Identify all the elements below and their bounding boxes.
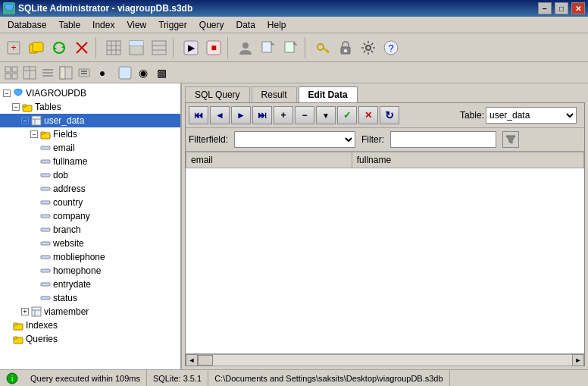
tb2-detail-btn[interactable] (58, 64, 74, 81)
tree-item-viamember[interactable]: + viamember (0, 305, 180, 319)
cancel-edit-btn[interactable]: ✕ (358, 106, 378, 124)
tree-label-status: status (53, 293, 77, 303)
settings-btn[interactable] (358, 37, 379, 58)
tb2-grid-btn[interactable] (3, 64, 20, 81)
save-record-btn[interactable]: ▼ (316, 106, 336, 124)
main-toolbar: + (0, 33, 588, 62)
tree-item-address[interactable]: address (0, 182, 180, 196)
svg-rect-71 (41, 215, 50, 218)
menu-view[interactable]: View (120, 18, 152, 32)
scroll-left-btn[interactable]: ◄ (186, 354, 198, 366)
apply-filter-btn[interactable] (502, 131, 519, 148)
maximize-button[interactable]: □ (555, 2, 568, 14)
toolbar-sep-3 (227, 37, 232, 58)
tab-sql-query[interactable]: SQL Query (185, 86, 250, 102)
toggle-viagroupdb[interactable]: − (3, 89, 11, 97)
tree-item-company[interactable]: company (0, 209, 180, 223)
tree-item-status[interactable]: status (0, 291, 180, 305)
menu-help[interactable]: Help (261, 18, 292, 32)
add-record-btn[interactable]: + (274, 106, 293, 124)
tree-item-fields[interactable]: − Fields (0, 127, 180, 141)
tree-item-mobliephone[interactable]: mobliephone (0, 250, 180, 264)
tb2-list-btn[interactable] (39, 64, 56, 81)
stop-query-btn[interactable]: ■ (203, 37, 224, 58)
delete-btn[interactable] (71, 37, 92, 58)
filterfield-select[interactable] (234, 131, 355, 148)
tree-item-viagroupdb[interactable]: − VIAGROUPDB (0, 86, 180, 100)
tb2-circle-btn[interactable]: ◉ (135, 64, 152, 81)
filter-input[interactable] (390, 131, 496, 148)
tree-item-dob[interactable]: dob (0, 168, 180, 182)
menu-data[interactable]: Data (230, 18, 261, 32)
table-edit2-btn[interactable] (126, 37, 147, 58)
refresh-data-btn[interactable]: ↻ (380, 106, 399, 124)
statusbar: i Query executed within 109ms SQLite: 3.… (0, 369, 588, 386)
tb2-square-btn[interactable]: ▩ (153, 64, 170, 81)
export-btn[interactable] (280, 37, 302, 58)
confirm-btn[interactable]: ✓ (337, 106, 357, 124)
tb2-dot-btn[interactable]: ● (94, 64, 111, 81)
import-btn[interactable] (258, 37, 279, 58)
last-record-btn[interactable]: ⏭ (252, 106, 272, 124)
titlebar: SQLite Administrator - viagroupDB.s3db −… (0, 0, 588, 17)
svg-rect-66 (41, 146, 50, 149)
toggle-tables[interactable]: − (12, 103, 20, 111)
col-header-fullname[interactable]: fullname (352, 152, 583, 168)
close-button[interactable]: ✕ (571, 2, 585, 14)
window-title: SQLite Administrator - viagroupDB.s3db (18, 3, 536, 14)
table-list-btn[interactable] (149, 37, 170, 58)
horizontal-scrollbar[interactable]: ◄ ► (186, 353, 584, 366)
tree-item-website[interactable]: website (0, 237, 180, 250)
help-btn[interactable]: ? (380, 37, 402, 58)
menu-index[interactable]: Index (86, 18, 120, 32)
tab-edit-data[interactable]: Edit Data (299, 86, 358, 102)
new-db-btn[interactable]: + (3, 37, 24, 58)
tab-result[interactable]: Result (252, 86, 297, 102)
tb2-box-btn[interactable] (117, 64, 133, 81)
tree-item-entrydate[interactable]: entrydate (0, 278, 180, 291)
tree-item-tables[interactable]: − Tables (0, 100, 180, 114)
tree-item-email[interactable]: email (0, 141, 180, 155)
user-btn[interactable] (235, 37, 256, 58)
minimize-button[interactable]: − (538, 2, 552, 14)
refresh-btn[interactable] (48, 37, 70, 58)
col-header-email[interactable]: email (186, 152, 352, 168)
tb2-table-btn[interactable] (21, 64, 38, 81)
data-table-container: email fullname (186, 152, 584, 353)
table-grid-btn[interactable] (103, 37, 124, 58)
scroll-right-btn[interactable]: ► (572, 354, 584, 366)
lock-btn[interactable] (335, 37, 356, 58)
tree-item-country[interactable]: country (0, 196, 180, 209)
menu-trigger[interactable]: Trigger (152, 18, 193, 32)
svg-rect-60 (23, 105, 27, 107)
toolbar-sep-4 (305, 37, 309, 58)
menu-database[interactable]: Database (2, 18, 52, 32)
open-db-btn[interactable] (26, 37, 47, 58)
tree-item-queries[interactable]: Queries (0, 332, 180, 346)
tree-label-country: country (53, 197, 83, 208)
first-record-btn[interactable]: ⏮ (189, 106, 208, 124)
tree-item-fullname[interactable]: fullname (0, 155, 180, 168)
svg-rect-72 (41, 228, 50, 231)
tree-label-fullname: fullname (53, 156, 87, 167)
menu-table[interactable]: Table (52, 18, 86, 32)
tb2-btn5[interactable] (76, 64, 92, 81)
tree-item-user-data[interactable]: − user_data (0, 114, 180, 127)
prev-record-btn[interactable]: ◄ (210, 106, 230, 124)
svg-rect-25 (262, 42, 271, 52)
toolbar-sep-1 (95, 37, 100, 58)
next-record-btn[interactable]: ► (231, 106, 251, 124)
key-btn[interactable] (312, 37, 333, 58)
scroll-track[interactable] (198, 354, 572, 366)
tree-item-homephone[interactable]: homephone (0, 264, 180, 278)
toggle-fields[interactable]: − (30, 130, 38, 138)
menu-query[interactable]: Query (193, 18, 230, 32)
tree-item-branch[interactable]: branch (0, 223, 180, 237)
scroll-thumb[interactable] (198, 355, 213, 366)
toggle-user-data[interactable]: − (21, 117, 29, 124)
remove-record-btn[interactable]: − (295, 106, 314, 124)
toggle-viamember[interactable]: + (21, 308, 29, 315)
run-query-btn[interactable]: ▶ (180, 37, 202, 58)
table-selector[interactable]: user_data (486, 107, 577, 124)
tree-item-indexes[interactable]: Indexes (0, 319, 180, 332)
